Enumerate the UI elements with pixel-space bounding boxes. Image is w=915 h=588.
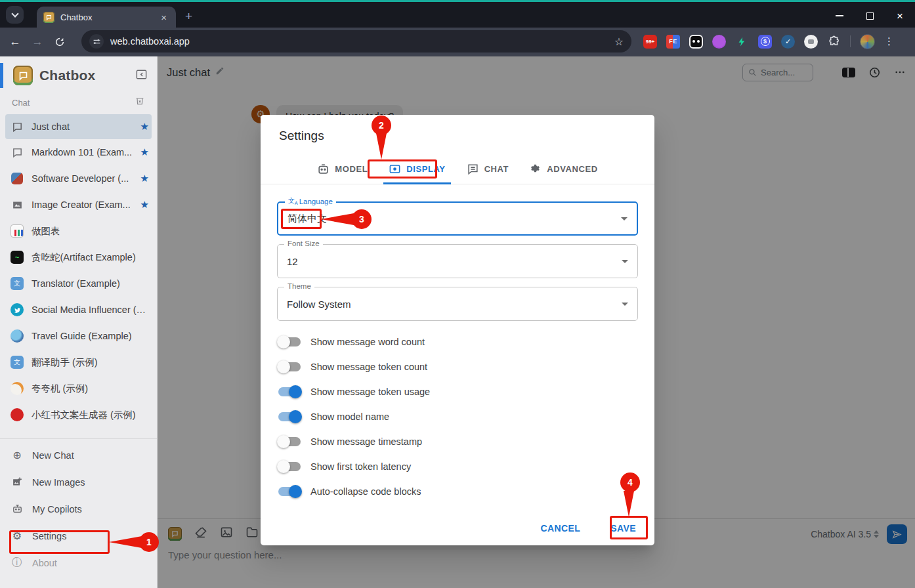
chevron-down-icon	[622, 260, 628, 263]
sidebar-item-social-media[interactable]: Social Media Influencer (E...	[0, 297, 157, 323]
annotation-step-1: 1	[139, 532, 159, 552]
cancel-button[interactable]: CANCEL	[536, 519, 586, 537]
bolt-extension-icon[interactable]	[735, 35, 749, 49]
robot-icon	[317, 163, 330, 175]
new-chat-button[interactable]: ⊕ New Chat	[0, 442, 157, 469]
browser-menu-icon[interactable]: ⋮	[884, 35, 894, 47]
sidebar-item-translator[interactable]: 文 Translator (Example)	[0, 270, 157, 297]
profile-avatar[interactable]	[860, 34, 875, 49]
maximize-icon	[866, 12, 874, 20]
star-icon[interactable]: ★	[140, 121, 149, 133]
annotation-step-3: 3	[352, 209, 372, 229]
adblock-extension-icon[interactable]: 99+	[643, 35, 657, 49]
sidebar-item-markdown[interactable]: Markdown 101 (Exam... ★	[0, 139, 157, 165]
toggle-switch[interactable]	[277, 360, 302, 373]
app-name: Chatbox	[39, 68, 135, 83]
image-plus-icon	[11, 476, 24, 489]
sidebar-item-image-creator[interactable]: Image Creator (Exam... ★	[0, 192, 157, 218]
chat-bubble-icon	[11, 146, 24, 159]
chat-section-header: Chat	[0, 92, 157, 113]
close-button[interactable]: ×	[885, 4, 915, 28]
plus-circle-icon: ⊕	[11, 449, 24, 462]
bookmark-star-icon[interactable]: ☆	[614, 35, 624, 48]
toggle-token-count-row: Show message token count	[277, 354, 638, 379]
font-size-select[interactable]: Font Size 12	[277, 244, 638, 278]
clear-chats-icon[interactable]	[135, 96, 145, 109]
collapse-sidebar-icon[interactable]	[135, 68, 148, 83]
tab-advanced[interactable]: ADVANCED	[530, 154, 598, 184]
snake-game-icon: ~	[11, 251, 24, 264]
settings-tabs: MODEL DISPLAY CHAT ADVANCED	[261, 154, 654, 184]
annotation-box-language-value	[281, 209, 322, 229]
xiaohongshu-icon	[11, 408, 24, 421]
check-extension-icon[interactable]: ✓	[781, 35, 795, 49]
extensions-row: 99+ FE $ ✓ ⋮	[643, 30, 894, 52]
money-extension-icon[interactable]: $	[758, 35, 772, 49]
close-icon: ×	[897, 10, 903, 22]
toggle-switch[interactable]	[277, 385, 302, 398]
chevron-down-icon	[622, 303, 628, 306]
back-button[interactable]: ←	[4, 35, 26, 49]
address-bar[interactable]: web.chatboxai.app ☆	[81, 30, 631, 52]
screen: Chatbox × + × ← → web.chatboxai.app ☆ 99…	[0, 0, 915, 588]
fe-extension-icon[interactable]: FE	[666, 35, 680, 49]
minimize-button[interactable]	[824, 4, 855, 28]
toggle-switch[interactable]	[277, 410, 302, 423]
toggle-switch[interactable]	[277, 460, 302, 473]
toggle-collapse-code-row: Auto-collapse code blocks	[277, 479, 638, 504]
toggle-token-usage-row: Show message token usage	[277, 379, 638, 404]
chat-extension-icon[interactable]	[804, 35, 818, 49]
forward-button[interactable]: →	[26, 35, 49, 49]
url-text[interactable]: web.chatboxai.app	[110, 36, 614, 47]
app-logo	[13, 66, 33, 85]
window-controls: ×	[824, 4, 915, 28]
gear-icon	[530, 163, 542, 175]
minimize-icon	[836, 15, 843, 16]
bird-icon	[11, 303, 24, 316]
annotation-step-4: 4	[620, 472, 640, 492]
sidebar-item-chart[interactable]: 做图表	[0, 218, 157, 244]
sidebar-item-snake[interactable]: ~ 贪吃蛇(Artifact Example)	[0, 244, 157, 270]
my-copilots-button[interactable]: My Copilots	[0, 495, 157, 522]
tab-chat[interactable]: CHAT	[467, 154, 509, 184]
site-info-icon[interactable]	[89, 34, 104, 49]
star-icon[interactable]: ★	[140, 173, 149, 184]
sidebar-item-software-developer[interactable]: Software Developer (... ★	[0, 165, 157, 192]
purple-extension-icon[interactable]	[712, 35, 726, 49]
tab-favicon	[43, 12, 54, 23]
robot-extension-icon[interactable]	[689, 35, 703, 49]
maximize-button[interactable]	[855, 4, 885, 28]
sidebar-item-kuakua[interactable]: 夸夸机 (示例)	[0, 375, 157, 402]
toggle-switch[interactable]	[277, 485, 302, 498]
new-images-button[interactable]: New Images	[0, 469, 157, 495]
toggle-latency-row: Show first token latency	[277, 454, 638, 479]
sidebar-item-just-chat[interactable]: Just chat ★	[5, 114, 152, 139]
extensions-puzzle-icon[interactable]	[827, 35, 841, 49]
party-icon	[11, 382, 24, 395]
tab-title: Chatbox	[60, 12, 158, 22]
display-toggles: Show message word count Show message tok…	[277, 329, 638, 504]
theme-select[interactable]: Theme Follow System	[277, 287, 638, 321]
sidebar-item-travel-guide[interactable]: Travel Guide (Example)	[0, 323, 157, 349]
browser-tab[interactable]: Chatbox ×	[37, 7, 176, 28]
refresh-button[interactable]	[49, 37, 71, 47]
toggle-switch[interactable]	[277, 435, 302, 448]
globe-icon	[11, 329, 24, 343]
section-label: Chat	[12, 98, 135, 108]
toggle-switch[interactable]	[277, 335, 302, 348]
theme-value: Follow System	[287, 287, 351, 320]
toggle-model-name-row: Show model name	[277, 404, 638, 429]
annotation-arrow-1	[109, 536, 142, 548]
star-icon[interactable]: ★	[140, 146, 149, 158]
new-tab-button[interactable]: +	[185, 10, 192, 22]
annotation-box-settings	[9, 530, 110, 554]
tab-model[interactable]: MODEL	[317, 154, 368, 184]
tab-close-icon[interactable]: ×	[158, 11, 169, 24]
sidebar-item-xiaohongshu[interactable]: 小红书文案生成器 (示例)	[0, 402, 157, 428]
chevron-down-icon	[11, 10, 18, 17]
sidebar-item-translate-helper[interactable]: 文 翻译助手 (示例)	[0, 349, 157, 375]
tab-search-button[interactable]	[6, 6, 24, 24]
star-icon[interactable]: ★	[140, 199, 149, 211]
translate-icon: 文	[11, 277, 24, 290]
info-icon: ⓘ	[11, 556, 24, 570]
